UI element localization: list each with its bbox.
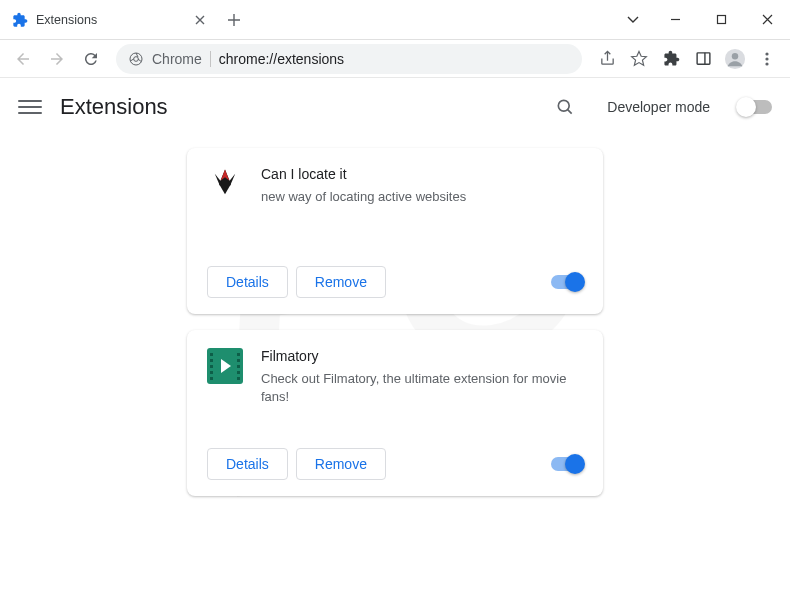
svg-point-8 — [765, 57, 768, 60]
svg-rect-3 — [697, 53, 710, 64]
tab-collapse-button[interactable] — [614, 0, 652, 40]
tab-title: Extensions — [36, 13, 184, 27]
details-button[interactable]: Details — [207, 266, 288, 298]
extension-enable-toggle[interactable] — [551, 457, 583, 471]
extension-logo-icon — [207, 348, 243, 384]
divider — [210, 51, 211, 67]
omnibox-url: chrome://extensions — [219, 51, 344, 67]
extension-description: Check out Filmatory, the ultimate extens… — [261, 370, 583, 406]
share-button[interactable] — [592, 44, 622, 74]
minimize-button[interactable] — [652, 0, 698, 40]
chrome-icon — [128, 51, 144, 67]
close-window-button[interactable] — [744, 0, 790, 40]
extension-name: Filmatory — [261, 348, 583, 364]
omnibox-label: Chrome — [152, 51, 202, 67]
address-bar[interactable]: Chrome chrome://extensions — [116, 44, 582, 74]
extensions-list: Can I locate it new way of locating acti… — [0, 136, 790, 508]
details-button[interactable]: Details — [207, 448, 288, 480]
remove-button[interactable]: Remove — [296, 266, 386, 298]
extension-name: Can I locate it — [261, 166, 583, 182]
svg-point-7 — [765, 52, 768, 55]
extension-description: new way of locating active websites — [261, 188, 583, 206]
toolbar: Chrome chrome://extensions — [0, 40, 790, 78]
sidepanel-button[interactable] — [688, 44, 718, 74]
search-button[interactable] — [555, 97, 575, 117]
maximize-button[interactable] — [698, 0, 744, 40]
svg-rect-0 — [717, 16, 725, 24]
browser-tab[interactable]: Extensions — [0, 0, 220, 39]
forward-button[interactable] — [42, 44, 72, 74]
extension-card: Can I locate it new way of locating acti… — [187, 148, 603, 314]
reload-button[interactable] — [76, 44, 106, 74]
svg-point-1 — [130, 53, 142, 65]
new-tab-button[interactable] — [220, 0, 248, 39]
profile-button[interactable] — [720, 44, 750, 74]
svg-point-6 — [732, 53, 738, 59]
svg-point-10 — [559, 100, 570, 111]
svg-point-9 — [765, 62, 768, 65]
back-button[interactable] — [8, 44, 38, 74]
close-tab-button[interactable] — [192, 12, 208, 28]
page-title: Extensions — [60, 94, 168, 120]
titlebar: Extensions — [0, 0, 790, 40]
appbar: Extensions Developer mode — [0, 78, 790, 136]
extension-icon — [12, 12, 28, 28]
bookmark-button[interactable] — [624, 44, 654, 74]
extension-enable-toggle[interactable] — [551, 275, 583, 289]
hamburger-menu-button[interactable] — [18, 95, 42, 119]
developer-mode-label: Developer mode — [607, 99, 710, 115]
menu-button[interactable] — [752, 44, 782, 74]
remove-button[interactable]: Remove — [296, 448, 386, 480]
developer-mode-toggle[interactable] — [738, 100, 772, 114]
extension-card: Filmatory Check out Filmatory, the ultim… — [187, 330, 603, 496]
extension-logo-icon — [207, 166, 243, 202]
svg-point-2 — [134, 56, 139, 61]
svg-line-11 — [568, 110, 572, 114]
extensions-button[interactable] — [656, 44, 686, 74]
